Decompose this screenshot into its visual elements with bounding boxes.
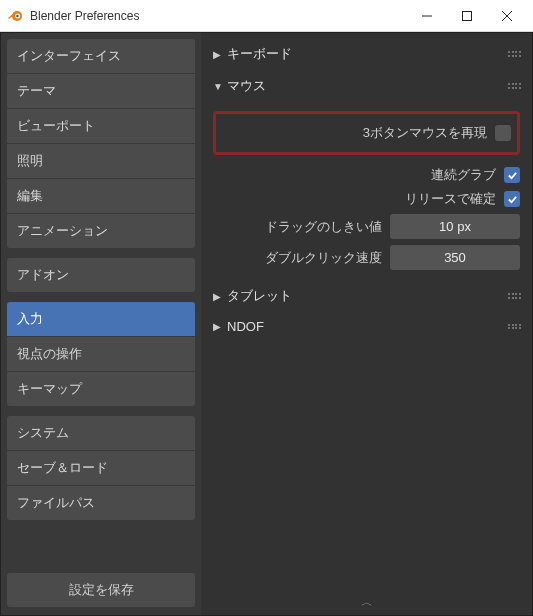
sidebar-item-animation[interactable]: アニメーション (7, 214, 195, 248)
release-confirm-label: リリースで確定 (405, 190, 496, 208)
sidebar-item-lighting[interactable]: 照明 (7, 144, 195, 179)
chevron-right-icon: ▶ (213, 321, 227, 332)
save-preferences-button[interactable]: 設定を保存 (7, 573, 195, 607)
drag-handle-icon[interactable] (508, 83, 520, 89)
sidebar: インターフェイス テーマ ビューポート 照明 編集 アニメーション アドオン 入… (1, 33, 201, 615)
sidebar-item-label: インターフェイス (17, 48, 121, 63)
drag-threshold-label: ドラッグのしきい値 (213, 218, 382, 236)
maximize-button[interactable] (447, 1, 487, 31)
section-label: キーボード (227, 45, 508, 63)
sidebar-item-label: セーブ＆ロード (17, 460, 108, 475)
sidebar-item-label: 編集 (17, 188, 43, 203)
sidebar-item-label: ビューポート (17, 118, 95, 133)
sidebar-item-input[interactable]: 入力 (7, 302, 195, 337)
continuous-grab-checkbox[interactable] (504, 167, 520, 183)
sidebar-item-save-load[interactable]: セーブ＆ロード (7, 451, 195, 486)
sidebar-item-theme[interactable]: テーマ (7, 74, 195, 109)
emulate-3-button-checkbox[interactable] (495, 125, 511, 141)
dblclick-speed-label: ダブルクリック速度 (213, 249, 382, 267)
sidebar-item-label: テーマ (17, 83, 56, 98)
section-keyboard[interactable]: ▶ キーボード (209, 39, 524, 69)
content-panel: ▶ キーボード ▼ マウス 3ボタンマウスを再現 連続グラブ リリースで確定 (201, 33, 532, 615)
svg-rect-4 (463, 11, 472, 20)
sidebar-item-label: システム (17, 425, 69, 440)
drag-handle-icon[interactable] (508, 51, 520, 57)
drag-handle-icon[interactable] (508, 293, 520, 299)
blender-icon (6, 7, 24, 25)
drag-threshold-field[interactable]: 10 px (390, 214, 520, 239)
chevron-right-icon: ▶ (213, 49, 227, 60)
section-label: タブレット (227, 287, 508, 305)
sidebar-item-system[interactable]: システム (7, 416, 195, 451)
emulate-3-button-label: 3ボタンマウスを再現 (363, 124, 487, 142)
sidebar-item-label: キーマップ (17, 381, 82, 396)
chevron-down-icon: ▼ (213, 81, 227, 92)
sidebar-item-label: ファイルパス (17, 495, 95, 510)
emulate-3-button-highlight: 3ボタンマウスを再現 (213, 111, 520, 155)
sidebar-item-viewport[interactable]: ビューポート (7, 109, 195, 144)
save-label: 設定を保存 (69, 582, 134, 597)
section-ndof[interactable]: ▶ NDOF (209, 313, 524, 340)
window-title: Blender Preferences (30, 9, 407, 23)
sidebar-item-keymap[interactable]: キーマップ (7, 372, 195, 406)
sidebar-item-label: アニメーション (17, 223, 108, 238)
section-label: マウス (227, 77, 508, 95)
minimize-button[interactable] (407, 1, 447, 31)
sidebar-item-file-paths[interactable]: ファイルパス (7, 486, 195, 520)
expand-caret-icon[interactable]: ︿ (361, 594, 373, 611)
window-controls (407, 1, 527, 31)
dblclick-speed-field[interactable]: 350 (390, 245, 520, 270)
sidebar-item-interface[interactable]: インターフェイス (7, 39, 195, 74)
continuous-grab-label: 連続グラブ (431, 166, 496, 184)
svg-point-2 (16, 14, 19, 17)
sidebar-item-editing[interactable]: 編集 (7, 179, 195, 214)
section-tablet[interactable]: ▶ タブレット (209, 281, 524, 311)
sidebar-item-label: 視点の操作 (17, 346, 82, 361)
sidebar-item-label: アドオン (17, 267, 69, 282)
sidebar-item-addons[interactable]: アドオン (7, 258, 195, 292)
section-label: NDOF (227, 319, 508, 334)
sidebar-item-navigation[interactable]: 視点の操作 (7, 337, 195, 372)
release-confirm-checkbox[interactable] (504, 191, 520, 207)
section-mouse[interactable]: ▼ マウス (209, 71, 524, 101)
title-bar: Blender Preferences (0, 0, 533, 32)
chevron-right-icon: ▶ (213, 291, 227, 302)
sidebar-item-label: 照明 (17, 153, 43, 168)
sidebar-item-label: 入力 (17, 311, 43, 326)
drag-handle-icon[interactable] (508, 324, 520, 330)
close-button[interactable] (487, 1, 527, 31)
